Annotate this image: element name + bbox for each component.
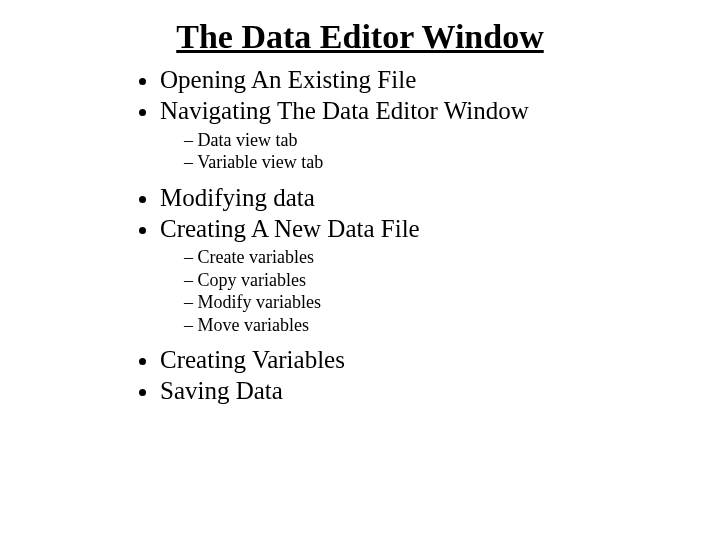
bullet-text: Modifying data	[160, 184, 315, 211]
bullet-text: Creating Variables	[160, 346, 345, 373]
list-item: Modify variables	[184, 291, 680, 314]
slide: The Data Editor Window Opening An Existi…	[0, 18, 720, 540]
bullet-text: Creating A New Data File	[160, 215, 420, 242]
bullet-text: Opening An Existing File	[160, 66, 416, 93]
sub-list: Create variables Copy variables Modify v…	[160, 246, 680, 336]
bullet-text: Move variables	[198, 315, 309, 335]
bullet-list: Opening An Existing File Navigating The …	[140, 64, 680, 407]
list-item: Data view tab	[184, 129, 680, 152]
list-item: Creating A New Data File Create variable…	[160, 213, 680, 336]
slide-content: Opening An Existing File Navigating The …	[140, 64, 680, 407]
list-item: Create variables	[184, 246, 680, 269]
bullet-text: Modify variables	[198, 292, 321, 312]
list-item: Saving Data	[160, 375, 680, 406]
bullet-text: Navigating The Data Editor Window	[160, 97, 529, 124]
bullet-text: Copy variables	[198, 270, 306, 290]
bullet-text: Saving Data	[160, 377, 283, 404]
bullet-text: Create variables	[198, 247, 314, 267]
bullet-text: Data view tab	[198, 130, 298, 150]
list-item: Modifying data	[160, 182, 680, 213]
bullet-text: Variable view tab	[197, 152, 323, 172]
list-item: Creating Variables	[160, 344, 680, 375]
list-item: Copy variables	[184, 269, 680, 292]
list-item: Move variables	[184, 314, 680, 337]
list-item: Navigating The Data Editor Window Data v…	[160, 95, 680, 173]
list-item: Opening An Existing File	[160, 64, 680, 95]
list-item: Variable view tab	[184, 151, 680, 174]
slide-title: The Data Editor Window	[0, 18, 720, 56]
sub-list: Data view tab Variable view tab	[160, 129, 680, 174]
